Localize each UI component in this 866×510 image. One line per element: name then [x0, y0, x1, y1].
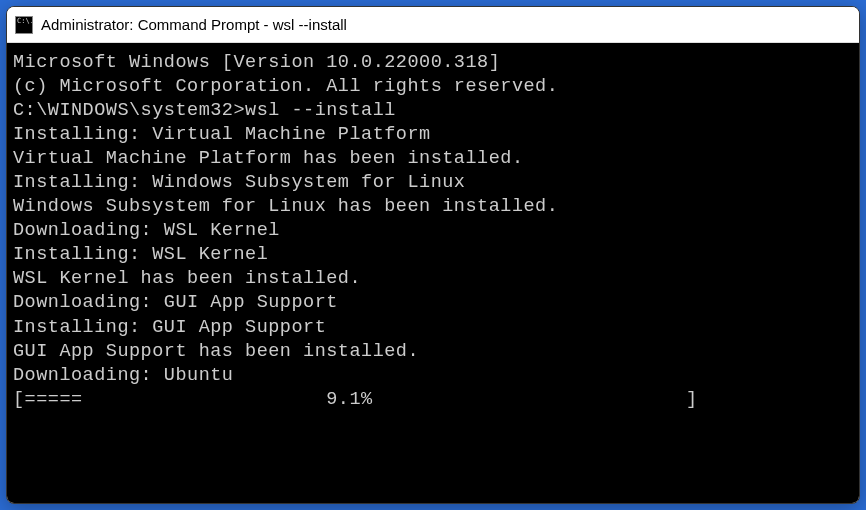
console-line: Installing: Windows Subsystem for Linux [13, 171, 853, 195]
cmd-icon: C:\. [15, 16, 33, 34]
console-line: Installing: Virtual Machine Platform [13, 123, 853, 147]
command-prompt-window: C:\. Administrator: Command Prompt - wsl… [6, 6, 860, 504]
console-line: Installing: GUI App Support [13, 316, 853, 340]
console-line: Downloading: Ubuntu [13, 364, 853, 388]
console-line: Windows Subsystem for Linux has been ins… [13, 195, 853, 219]
console-line: (c) Microsoft Corporation. All rights re… [13, 75, 853, 99]
console-prompt-line: C:\WINDOWS\system32>wsl --install [13, 99, 853, 123]
window-title: Administrator: Command Prompt - wsl --in… [41, 16, 347, 33]
console-line: Installing: WSL Kernel [13, 243, 853, 267]
console-line: Virtual Machine Platform has been instal… [13, 147, 853, 171]
console-line: Microsoft Windows [Version 10.0.22000.31… [13, 51, 853, 75]
console-line: WSL Kernel has been installed. [13, 267, 853, 291]
console-progress-line: [===== 9.1% ] [13, 388, 853, 412]
titlebar[interactable]: C:\. Administrator: Command Prompt - wsl… [7, 7, 859, 43]
console-line: GUI App Support has been installed. [13, 340, 853, 364]
console-output[interactable]: Microsoft Windows [Version 10.0.22000.31… [7, 43, 859, 503]
console-line: Downloading: WSL Kernel [13, 219, 853, 243]
console-line: Downloading: GUI App Support [13, 291, 853, 315]
